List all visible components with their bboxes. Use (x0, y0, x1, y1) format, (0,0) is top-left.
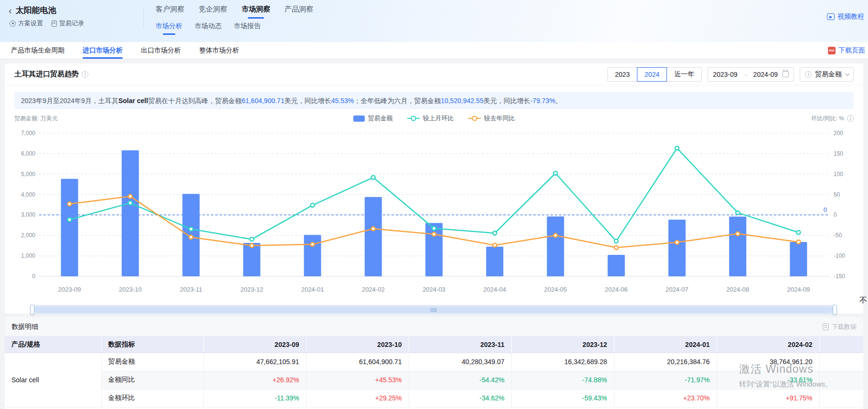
year-2024-button[interactable]: 2024 (637, 67, 667, 82)
legend-label: 较去年同比 (484, 114, 515, 123)
point-2024-09[interactable] (796, 231, 800, 234)
legend-item-line1[interactable]: 较上月环比 (407, 114, 454, 123)
point-2024-05[interactable] (553, 233, 557, 237)
x-axis-label: 2023-11 (180, 286, 202, 293)
download-data-label: 下载数据 (832, 323, 857, 331)
x-axis-label: 2024-04 (483, 286, 506, 293)
point-2023-11[interactable] (189, 235, 193, 239)
tab-competitor-insight[interactable]: 竞企洞察 (199, 5, 227, 19)
nav-export-analysis[interactable]: 出口市场分析 (141, 42, 181, 59)
value-cell: -54.42% (409, 371, 511, 389)
summary-segment: Solar cell (118, 97, 148, 105)
download-data-button[interactable]: 下载数据 (823, 323, 857, 331)
point-2023-09[interactable] (68, 218, 72, 221)
col-product-header: 产品/规格 (5, 336, 101, 353)
metric-select[interactable]: 贸易金额 (800, 67, 854, 82)
table-row: Solar cell贸易金额47,662,105.9161,604,900.71… (5, 353, 863, 371)
bar-2024-06[interactable] (608, 255, 625, 276)
info-icon[interactable] (847, 115, 854, 122)
summary-segment: ；全年低峰为六月，贸易金额 (354, 97, 441, 105)
point-2024-01[interactable] (311, 203, 315, 207)
value-cell: +29.25% (306, 389, 409, 407)
bar-2024-03[interactable] (425, 223, 443, 276)
bar-2024-09[interactable] (790, 242, 807, 276)
point-2024-03[interactable] (432, 232, 436, 236)
top-bar: ‹ 太阳能电池 方案设置 贸易记录 客户洞察 竞企洞察 市场洞察 产品洞察 市场… (0, 0, 868, 42)
table-row: 金额环比-11.39%+29.25%-34.62%-59.43%+23.70%+… (5, 389, 863, 407)
nav-product-lifecycle[interactable]: 产品市场生命周期 (11, 42, 64, 59)
year-2023-button[interactable]: 2023 (607, 67, 637, 82)
point-2023-10[interactable] (128, 194, 132, 198)
point-2024-07[interactable] (675, 241, 679, 244)
point-2024-09[interactable] (796, 240, 800, 244)
tab-product-insight[interactable]: 产品洞察 (285, 5, 313, 19)
value-cell: +45.53% (306, 371, 409, 389)
x-axis-label: 2024-01 (301, 286, 324, 293)
pdf-icon: PDF (828, 47, 836, 54)
point-2024-07[interactable] (675, 146, 679, 150)
insight-tabs: 客户洞察 竞企洞察 市场洞察 产品洞察 (156, 5, 313, 19)
point-2024-06[interactable] (614, 246, 618, 250)
x-axis-label: 2024-06 (605, 286, 628, 293)
video-tutorial-button[interactable]: ▶ 视频教程 (827, 12, 864, 21)
chart-legend: 贸易金额较上月环比较去年同比 (138, 114, 730, 123)
bar-2024-04[interactable] (486, 247, 503, 276)
trade-records-button[interactable]: 贸易记录 (52, 19, 84, 28)
point-2024-03[interactable] (432, 226, 436, 230)
subtab-market-analysis[interactable]: 市场分析 (156, 22, 182, 35)
point-2024-01[interactable] (311, 242, 315, 246)
point-2024-04[interactable] (493, 243, 497, 247)
data-zoom-right-handle[interactable] (833, 304, 837, 315)
value-cell: +26.92% (203, 371, 306, 389)
point-2024-02[interactable] (371, 227, 375, 231)
metric-selected-label: 贸易金额 (815, 70, 842, 79)
subtab-market-dynamics[interactable]: 市场动态 (195, 22, 222, 35)
point-2023-12[interactable] (250, 244, 254, 248)
legend-item-bar[interactable]: 贸易金额 (353, 114, 393, 123)
scheme-settings-button[interactable]: 方案设置 (10, 19, 43, 28)
point-2023-09[interactable] (68, 202, 72, 206)
video-tutorial-label: 视频教程 (837, 12, 864, 21)
scheme-settings-label: 方案设置 (18, 19, 43, 28)
point-2024-06[interactable] (614, 239, 618, 243)
point-2024-05[interactable] (553, 171, 557, 175)
left-axis-tick: 7,000 (21, 130, 35, 136)
table-row: 金额同比+26.92%+45.53%-54.42%-74.88%-71.97%-… (5, 371, 863, 389)
data-zoom-selected-range[interactable] (34, 306, 833, 313)
data-zoom-left-handle[interactable] (30, 304, 34, 315)
point-2024-08[interactable] (736, 232, 740, 236)
legend-label: 贸易金额 (368, 114, 393, 123)
line-marker-icon (468, 118, 481, 119)
tab-customer-insight[interactable]: 客户洞察 (156, 5, 184, 19)
value-cell: 47,662,105.91 (203, 353, 306, 371)
point-2024-02[interactable] (371, 176, 375, 179)
subtab-market-report[interactable]: 市场报告 (234, 22, 261, 35)
date-range-picker[interactable]: 2023-09 → 2024-09 (708, 67, 794, 82)
bar-2024-01[interactable] (304, 235, 321, 276)
point-2023-11[interactable] (189, 227, 193, 231)
x-axis-label: 2023-12 (240, 286, 263, 293)
nav-import-analysis[interactable]: 进口市场分析 (83, 42, 123, 59)
data-zoom-slider[interactable] (31, 305, 836, 315)
point-2023-12[interactable] (250, 237, 254, 241)
point-2023-10[interactable] (128, 201, 132, 205)
legend-item-line2[interactable]: 较去年同比 (468, 114, 515, 123)
point-2024-04[interactable] (493, 231, 497, 235)
bar-2024-08[interactable] (729, 217, 746, 276)
back-icon[interactable]: ‹ (9, 6, 12, 15)
bar-2024-07[interactable] (668, 220, 686, 276)
bar-2024-02[interactable] (365, 197, 382, 276)
point-2024-08[interactable] (736, 211, 740, 215)
tab-market-insight[interactable]: 市场洞察 (242, 5, 270, 19)
last-year-button[interactable]: 近一年 (667, 67, 702, 82)
left-axis-tick: 2,000 (21, 232, 35, 239)
nav-overall-analysis[interactable]: 整体市场分析 (199, 42, 239, 59)
download-page-button[interactable]: PDF 下载页面 (828, 46, 865, 55)
left-axis-tick: 4,000 (21, 191, 35, 198)
info-icon[interactable] (82, 71, 88, 78)
bar-2023-09[interactable] (61, 179, 78, 276)
table-header-row: 产品/规格 数据指标 2023-092023-102023-112023-122… (5, 336, 863, 353)
value-cell: -59.43% (511, 389, 614, 407)
bar-2023-10[interactable] (122, 150, 139, 276)
bar-2024-05[interactable] (547, 216, 564, 276)
